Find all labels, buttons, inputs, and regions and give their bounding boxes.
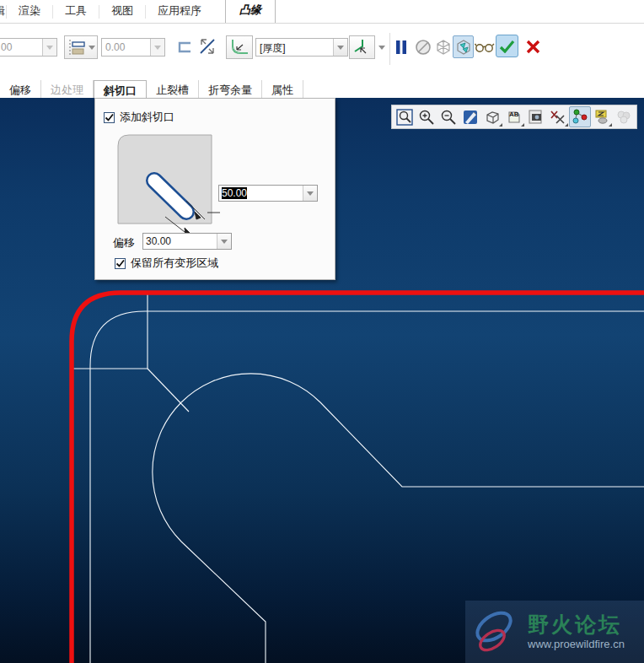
datum-display-button[interactable]	[547, 106, 569, 127]
radius-side-icon	[353, 38, 372, 57]
tab-edge-treatment: 边处理	[41, 80, 94, 98]
saved-views-glyph: AB	[509, 110, 519, 118]
flip-direction-button[interactable]	[197, 35, 217, 58]
wildfire-logo-icon	[465, 605, 526, 659]
tab-miter-cut[interactable]: 斜切口	[94, 80, 147, 98]
cut-width-field[interactable]: 50.00	[218, 185, 318, 202]
cut-width-value: 50.00	[219, 186, 303, 201]
tangent-line-upper-left	[148, 369, 189, 412]
watermark: 野火论坛 www.proewildfire.cn	[465, 601, 644, 663]
zoom-fit-button[interactable]	[394, 106, 416, 127]
chevron-corner-icon	[609, 120, 612, 127]
radius-side-button[interactable]	[349, 35, 375, 59]
offset-value: 30.00	[143, 234, 217, 249]
keep-regions-label: 保留所有变形区域	[131, 256, 218, 271]
zoom-out-button[interactable]	[437, 106, 459, 127]
checkmark-icon	[105, 113, 114, 122]
menu-item-applications[interactable]: 应用程序	[146, 0, 213, 23]
csys-display-button[interactable]	[591, 106, 613, 127]
cancel-button[interactable]	[523, 35, 543, 57]
channel-bracket-icon	[177, 41, 192, 53]
menu-item-render[interactable]: 渲染	[7, 0, 52, 23]
chevron-down-icon	[221, 240, 228, 244]
menu-item-view[interactable]: 视图	[99, 0, 145, 23]
angle-value: 0.00	[102, 39, 150, 56]
offset-label: 偏移	[113, 235, 135, 251]
length-dropdown-button	[42, 39, 56, 56]
cut-width-dropdown-button[interactable]	[303, 186, 317, 201]
miter-cut-panel: 添加斜切口 50.00 偏移 30.00	[94, 98, 335, 280]
chevron-corner-icon	[521, 120, 524, 127]
keep-regions-checkbox[interactable]	[115, 258, 126, 269]
verify-button[interactable]	[474, 40, 496, 55]
add-cut-checkbox[interactable]	[104, 112, 115, 123]
saved-views-button[interactable]: AB	[503, 106, 525, 127]
menu-item-partial[interactable]: 辑	[0, 0, 6, 23]
profile-dropdown-button[interactable]	[64, 35, 98, 59]
orient-cube-icon	[485, 110, 501, 125]
orient-button[interactable]	[481, 106, 503, 127]
chevron-down-icon	[378, 46, 385, 50]
zoom-out-icon	[440, 109, 457, 126]
angle-dropdown-button	[150, 39, 164, 56]
tangent-line-right	[320, 402, 644, 487]
chevron-down-icon	[337, 46, 344, 50]
length-combo[interactable]: 00	[0, 38, 57, 57]
watermark-title: 野火论坛	[528, 613, 625, 637]
menu-bar: 辑 渲染 工具 视图 应用程序 凸缘	[0, 0, 644, 24]
open-side-button[interactable]	[174, 38, 195, 57]
feature-tab-flange[interactable]: 凸缘	[225, 0, 276, 23]
application-window: 辑 渲染 工具 视图 应用程序 凸缘 00 0.00	[0, 0, 644, 663]
thickness-combo[interactable]: [厚度]	[255, 38, 348, 57]
angle-combo[interactable]: 0.00	[101, 38, 165, 57]
flip-direction-icon	[198, 36, 217, 57]
keep-regions-row: 保留所有变形区域	[115, 256, 218, 271]
view-manager-icon	[528, 109, 545, 125]
repaint-icon	[463, 110, 478, 125]
feature-preview-icon	[455, 39, 472, 56]
thickness-value: [厚度]	[256, 39, 333, 56]
bend-radius-icon	[229, 38, 250, 57]
pause-button[interactable]	[393, 37, 410, 57]
chevron-corner-icon	[565, 120, 568, 127]
feature-preview-button[interactable]	[453, 35, 474, 58]
spin-center-button[interactable]	[613, 106, 635, 127]
datum-display-icon	[550, 109, 566, 125]
checkmark-icon	[115, 259, 125, 268]
radius-side-dropdown-button[interactable]	[375, 38, 388, 57]
view-manager-button[interactable]	[525, 106, 547, 127]
wireframe-preview-button[interactable]	[433, 36, 453, 58]
bend-radius-button[interactable]	[226, 35, 253, 59]
miter-cut-diagram	[107, 127, 233, 240]
length-value: 00	[0, 39, 42, 56]
spin-center-icon	[615, 109, 632, 125]
point-display-icon	[572, 109, 588, 125]
wireframe-preview-icon	[435, 39, 452, 56]
zoom-fit-icon	[396, 109, 413, 126]
cross-icon	[526, 40, 540, 54]
watermark-url: www.proewildfire.cn	[528, 638, 625, 650]
tab-relief[interactable]: 止裂槽	[147, 80, 199, 98]
tab-bend-allowance[interactable]: 折弯余量	[199, 80, 262, 98]
chevron-corner-icon	[499, 120, 502, 127]
tab-properties[interactable]: 属性	[262, 80, 303, 98]
chevron-down-icon	[89, 46, 95, 50]
no-preview-button[interactable]	[413, 36, 433, 58]
chevron-down-icon	[154, 46, 161, 50]
repaint-button[interactable]	[459, 106, 481, 127]
menu-item-tools[interactable]: 工具	[53, 0, 99, 23]
tab-offset[interactable]: 偏移	[0, 80, 41, 98]
offset-dropdown-button[interactable]	[217, 234, 231, 249]
dashboard-tab-row: 偏移 边处理 斜切口 止裂槽 折弯余量 属性	[0, 80, 644, 98]
toolbar-separator	[389, 33, 390, 65]
add-cut-label: 添加斜切口	[120, 110, 174, 125]
check-icon	[499, 40, 515, 53]
csys-display-icon	[593, 109, 610, 125]
ok-button[interactable]	[496, 35, 518, 57]
thickness-dropdown-button[interactable]	[333, 39, 347, 56]
offset-field[interactable]: 30.00	[142, 233, 232, 250]
zoom-in-button[interactable]	[416, 106, 437, 127]
tangent-line-lower	[181, 542, 266, 663]
flange-profile-icon	[67, 39, 86, 56]
point-display-button[interactable]	[569, 106, 591, 127]
